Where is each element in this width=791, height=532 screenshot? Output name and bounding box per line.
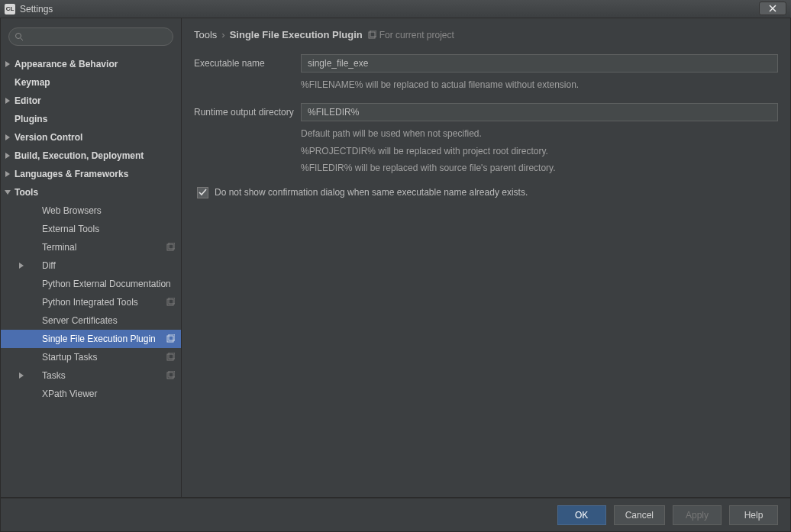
- sidebar-item-label: Diff: [28, 260, 56, 271]
- svg-rect-3: [169, 243, 175, 249]
- svg-line-1: [21, 38, 23, 40]
- sidebar-item-external-tools[interactable]: External Tools: [1, 220, 181, 238]
- apply-button[interactable]: Apply: [673, 505, 722, 525]
- sidebar-item-lang[interactable]: Languages & Frameworks: [1, 165, 181, 183]
- svg-rect-4: [167, 299, 173, 305]
- close-icon: [769, 5, 776, 12]
- sidebar-item-label: Build, Execution, Deployment: [15, 150, 144, 161]
- search-input[interactable]: [8, 27, 173, 46]
- sidebar-item-editor[interactable]: Editor: [1, 92, 181, 110]
- sidebar-item-label: Tasks: [28, 370, 66, 381]
- sidebar-item-web-browsers[interactable]: Web Browsers: [1, 202, 181, 220]
- caret-right-icon: [18, 262, 25, 269]
- svg-rect-2: [167, 244, 173, 250]
- dialog-footer: OK Cancel Apply Help: [0, 498, 791, 532]
- caret-right-icon: [4, 170, 11, 178]
- executable-name-label: Executable name: [194, 58, 301, 69]
- sidebar-item-label: Python External Documentation: [42, 279, 171, 289]
- sidebar-item-label: Version Control: [15, 132, 82, 143]
- settings-tree: Appearance & Behavior Keymap Editor Plug…: [1, 52, 181, 403]
- svg-rect-5: [169, 298, 175, 304]
- runtime-hint-1: Default path will be used when not speci…: [301, 126, 778, 141]
- sidebar-item-server-certs[interactable]: Server Certificates: [1, 311, 181, 330]
- sidebar-item-build[interactable]: Build, Execution, Deployment: [1, 147, 181, 165]
- project-scope-icon: [166, 334, 175, 343]
- svg-rect-9: [169, 353, 175, 359]
- suppress-confirm-checkbox[interactable]: [197, 187, 208, 198]
- svg-rect-10: [167, 372, 173, 379]
- project-scope-icon: [166, 298, 175, 307]
- sidebar-item-label: Python Integrated Tools: [42, 297, 138, 308]
- sidebar-item-terminal[interactable]: Terminal: [1, 238, 181, 256]
- svg-rect-13: [370, 31, 376, 37]
- sidebar-item-label: Terminal: [42, 242, 76, 253]
- sidebar-item-single-file-exec[interactable]: Single File Execution Plugin: [1, 330, 181, 348]
- executable-name-input[interactable]: [301, 54, 778, 73]
- sidebar-item-tools[interactable]: Tools: [1, 183, 181, 202]
- sidebar-item-py-ext-doc[interactable]: Python External Documentation: [1, 275, 181, 293]
- sidebar-item-label: Tools: [15, 187, 38, 198]
- sidebar-item-label: Plugins: [15, 114, 47, 124]
- svg-point-0: [16, 34, 21, 39]
- main-panel: Tools › Single File Execution Plugin For…: [182, 18, 790, 497]
- sidebar-item-appearance[interactable]: Appearance & Behavior: [1, 55, 181, 73]
- sidebar-item-label: Server Certificates: [42, 315, 118, 326]
- caret-right-icon: [4, 134, 11, 141]
- sidebar-item-label: XPath Viewer: [42, 389, 98, 399]
- sidebar-item-label: Web Browsers: [42, 205, 102, 216]
- sidebar: Appearance & Behavior Keymap Editor Plug…: [1, 18, 182, 497]
- sidebar-item-keymap[interactable]: Keymap: [1, 73, 181, 92]
- caret-right-icon: [18, 372, 25, 379]
- breadcrumb: Tools › Single File Execution Plugin For…: [194, 29, 778, 40]
- caret-down-icon: [4, 189, 11, 196]
- help-label: Help: [744, 510, 764, 521]
- caret-right-icon: [4, 97, 11, 105]
- breadcrumb-scope: For current project: [367, 30, 454, 40]
- sidebar-item-vcs[interactable]: Version Control: [1, 128, 181, 147]
- ok-button[interactable]: OK: [557, 505, 606, 525]
- sidebar-item-label: Startup Tasks: [42, 352, 97, 363]
- executable-name-hint: %FILENAME% will be replaced to actual fi…: [301, 77, 778, 92]
- svg-rect-6: [167, 336, 173, 342]
- breadcrumb-root[interactable]: Tools: [194, 29, 217, 40]
- ok-label: OK: [575, 510, 588, 521]
- search-icon: [15, 32, 24, 41]
- sidebar-item-tasks[interactable]: Tasks: [1, 366, 181, 385]
- sidebar-item-startup-tasks[interactable]: Startup Tasks: [1, 348, 181, 366]
- breadcrumb-separator: ›: [221, 29, 224, 40]
- svg-rect-11: [169, 371, 175, 377]
- cancel-label: Cancel: [625, 510, 654, 521]
- sidebar-item-diff[interactable]: Diff: [1, 256, 181, 275]
- app-icon: CL: [5, 4, 15, 15]
- svg-rect-12: [369, 32, 375, 38]
- project-scope-icon: [166, 371, 175, 380]
- breadcrumb-current: Single File Execution Plugin: [230, 29, 363, 40]
- suppress-confirm-label: Do not show confirmation dialog when sam…: [215, 187, 528, 198]
- sidebar-item-label: Keymap: [15, 77, 50, 88]
- sidebar-item-label: Languages & Frameworks: [15, 169, 128, 179]
- sidebar-item-py-int-tools[interactable]: Python Integrated Tools: [1, 293, 181, 311]
- sidebar-item-label: External Tools: [42, 224, 99, 234]
- sidebar-item-plugins[interactable]: Plugins: [1, 110, 181, 128]
- breadcrumb-scope-label: For current project: [379, 30, 454, 40]
- titlebar: CL Settings: [0, 0, 791, 18]
- cancel-button[interactable]: Cancel: [614, 505, 665, 525]
- sidebar-item-label: Single File Execution Plugin: [42, 334, 156, 344]
- close-button[interactable]: [759, 2, 786, 15]
- sidebar-item-label: Appearance & Behavior: [15, 59, 118, 69]
- apply-label: Apply: [686, 510, 709, 521]
- runtime-hint-3: %FILEDIR% will be replaced with source f…: [301, 160, 778, 176]
- caret-right-icon: [4, 152, 11, 160]
- sidebar-item-xpath[interactable]: XPath Viewer: [1, 385, 181, 403]
- runtime-hint-2: %PROJECTDIR% will be replaced with proje…: [301, 143, 778, 159]
- window-title: Settings: [20, 4, 53, 15]
- help-button[interactable]: Help: [729, 505, 778, 525]
- svg-rect-7: [169, 334, 175, 340]
- project-scope-icon: [166, 243, 175, 252]
- runtime-dir-input[interactable]: [301, 103, 778, 121]
- sidebar-item-label: Editor: [15, 95, 41, 106]
- project-scope-icon: [367, 31, 376, 40]
- runtime-dir-label: Runtime output directory: [194, 107, 301, 118]
- svg-rect-8: [167, 354, 173, 360]
- caret-right-icon: [4, 60, 11, 68]
